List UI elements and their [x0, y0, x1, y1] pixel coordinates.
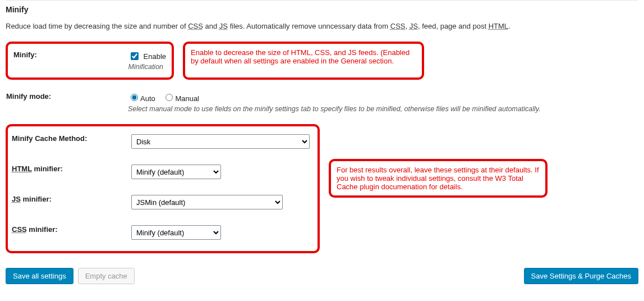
minify-mode-manual-radio[interactable] — [165, 94, 173, 101]
minify-enable-checkbox-label[interactable]: Enable — [128, 51, 166, 62]
abbr-css: CSS — [188, 22, 203, 30]
save-all-settings-button[interactable]: Save all settings — [6, 268, 73, 284]
minify-enable-callout: Enable to decrease the size of HTML, CSS… — [183, 42, 424, 80]
minify-enable-checkbox[interactable] — [131, 52, 139, 60]
abbr-html: HTML — [489, 22, 508, 30]
html-minifier-label: HTML minifier: — [11, 157, 127, 187]
minify-label: Minify: — [11, 47, 126, 74]
js-minifier-label: JS minifier: — [11, 187, 127, 217]
html-minifier-select[interactable]: Minify (default) — [131, 165, 221, 179]
abbr-css: CSS — [390, 22, 406, 30]
minifier-settings-highlight: Minify Cache Method: Disk HTML minifier:… — [6, 124, 320, 253]
minify-mode-note: Select manual mode to use fields on the … — [128, 105, 634, 113]
minify-enable-subtext: Minification — [128, 63, 166, 71]
section-title: Minify — [6, 5, 638, 14]
abbr-js: JS — [219, 22, 228, 30]
minify-mode-auto[interactable]: Auto — [128, 94, 155, 103]
save-settings-purge-caches-button[interactable]: Save Settings & Purge Caches — [524, 268, 639, 284]
minify-panel: Minify Reduce load time by decreasing th… — [6, 0, 638, 294]
section-description: Reduce load time by decreasing the size … — [6, 22, 638, 30]
js-minifier-select[interactable]: JSMin (default) — [131, 195, 283, 209]
css-minifier-label: CSS minifier: — [11, 217, 127, 248]
abbr-js: JS — [410, 22, 418, 30]
minifier-settings-callout: For best results overall, leave these se… — [329, 159, 548, 198]
minify-enable-highlight: Minify: Enable Minification — [6, 42, 174, 80]
minify-mode-label: Minify mode: — [6, 84, 123, 121]
minify-mode-auto-radio[interactable] — [131, 94, 138, 101]
minify-mode-manual[interactable]: Manual — [163, 94, 199, 103]
css-minifier-select[interactable]: Minify (default) — [131, 225, 221, 240]
cache-method-label: Minify Cache Method: — [11, 126, 127, 157]
enable-text: Enable — [144, 52, 166, 61]
cache-method-select[interactable]: Disk — [131, 134, 310, 149]
minify-mode-radios: Auto Manual — [128, 92, 634, 103]
empty-cache-button[interactable]: Empty cache — [78, 268, 135, 284]
